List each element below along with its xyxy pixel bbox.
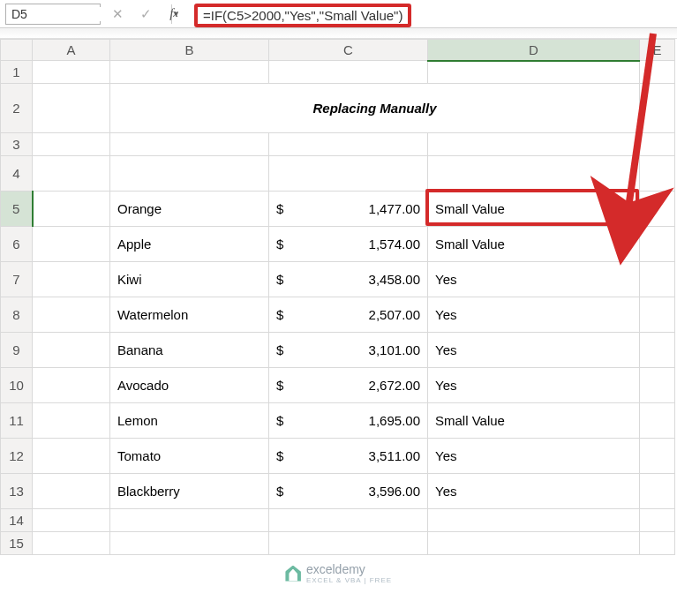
cell-C6[interactable]: $1,574.00 — [269, 227, 428, 262]
row-header-2[interactable]: 2 — [1, 84, 33, 133]
cell-E6[interactable] — [640, 227, 675, 262]
formula-input-wrap[interactable]: =IF(C5>2000,"Yes","Small Value") — [191, 4, 672, 25]
cell-C14[interactable] — [269, 509, 428, 532]
cell-B5[interactable]: Orange — [110, 192, 269, 227]
cell-C5[interactable]: $1,477.00 — [269, 192, 428, 227]
row-header-6[interactable]: 6 — [1, 227, 33, 262]
cell-D6[interactable]: Small Value — [428, 227, 640, 262]
cell-A1[interactable] — [33, 61, 110, 84]
cell-C9[interactable]: $3,101.00 — [269, 333, 428, 368]
col-header-E[interactable]: E — [640, 40, 675, 61]
cell-B14[interactable] — [110, 509, 269, 532]
title-cell[interactable]: Replacing Manually — [110, 84, 640, 133]
cell-A2[interactable] — [33, 84, 110, 133]
cell-C10[interactable]: $2,672.00 — [269, 368, 428, 403]
cell-B13[interactable]: Blackberry — [110, 474, 269, 509]
cell-B10[interactable]: Avocado — [110, 368, 269, 403]
row-header-5[interactable]: 5 — [1, 192, 33, 227]
cell-E11[interactable] — [640, 403, 675, 439]
row-header-1[interactable]: 1 — [1, 61, 33, 84]
cell-A14[interactable] — [33, 509, 110, 532]
col-header-B[interactable]: B — [110, 40, 269, 61]
cell-B8[interactable]: Watermelon — [110, 297, 269, 333]
row-header-11[interactable]: 11 — [1, 403, 33, 439]
cell-A3[interactable] — [33, 133, 110, 156]
cell-D1[interactable] — [428, 61, 640, 84]
cell-E9[interactable] — [640, 333, 675, 368]
cell-E7[interactable] — [640, 262, 675, 297]
cell-D3[interactable] — [428, 133, 640, 156]
cell-D11[interactable]: Small Value — [428, 403, 640, 439]
row-header-15[interactable]: 15 — [1, 532, 33, 555]
cell-A13[interactable] — [33, 474, 110, 509]
row-header-12[interactable]: 12 — [1, 439, 33, 474]
select-all-corner[interactable] — [1, 40, 33, 61]
col-header-D[interactable]: D — [428, 40, 640, 61]
cell-E8[interactable] — [640, 297, 675, 333]
cell-B15[interactable] — [110, 532, 269, 555]
cell-E2[interactable] — [640, 84, 675, 133]
cell-A4[interactable] — [33, 156, 110, 192]
cell-E10[interactable] — [640, 368, 675, 403]
cell-A8[interactable] — [33, 297, 110, 333]
row-header-3[interactable]: 3 — [1, 133, 33, 156]
cell-E5[interactable] — [640, 192, 675, 227]
spreadsheet[interactable]: A B C D E 1 2 Replacing Manually 3 4 Pro… — [0, 39, 675, 555]
cell-D5[interactable]: Small Value — [428, 192, 640, 227]
cell-A12[interactable] — [33, 439, 110, 474]
cell-A5[interactable] — [33, 192, 110, 227]
name-box-container[interactable]: ▼ — [5, 4, 101, 25]
header-product[interactable]: Product — [110, 156, 269, 192]
row-header-7[interactable]: 7 — [1, 262, 33, 297]
cell-D15[interactable] — [428, 532, 640, 555]
cell-E3[interactable] — [640, 133, 675, 156]
cell-B7[interactable]: Kiwi — [110, 262, 269, 297]
cell-C3[interactable] — [269, 133, 428, 156]
cell-E15[interactable] — [640, 532, 675, 555]
cell-D8[interactable]: Yes — [428, 297, 640, 333]
cell-C1[interactable] — [269, 61, 428, 84]
cell-A6[interactable] — [33, 227, 110, 262]
row-header-10[interactable]: 10 — [1, 368, 33, 403]
row-header-4[interactable]: 4 — [1, 156, 33, 192]
formula-input[interactable]: =IF(C5>2000,"Yes","Small Value") — [194, 4, 411, 27]
cell-A9[interactable] — [33, 333, 110, 368]
cell-A10[interactable] — [33, 368, 110, 403]
cell-B6[interactable]: Apple — [110, 227, 269, 262]
row-header-13[interactable]: 13 — [1, 474, 33, 509]
cell-D9[interactable]: Yes — [428, 333, 640, 368]
cell-B12[interactable]: Tomato — [110, 439, 269, 474]
row-header-9[interactable]: 9 — [1, 333, 33, 368]
cell-D7[interactable]: Yes — [428, 262, 640, 297]
cell-D12[interactable]: Yes — [428, 439, 640, 474]
cell-D10[interactable]: Yes — [428, 368, 640, 403]
header-price[interactable]: Price — [269, 156, 428, 192]
cell-B9[interactable]: Banana — [110, 333, 269, 368]
row-header-14[interactable]: 14 — [1, 509, 33, 532]
cell-A7[interactable] — [33, 262, 110, 297]
col-header-C[interactable]: C — [269, 40, 428, 61]
cell-D14[interactable] — [428, 509, 640, 532]
table-row: 10Avocado$2,672.00Yes — [1, 368, 675, 403]
col-header-A[interactable]: A — [33, 40, 110, 61]
cell-D13[interactable]: Yes — [428, 474, 640, 509]
cell-C15[interactable] — [269, 532, 428, 555]
cell-E4[interactable] — [640, 156, 675, 192]
fx-icon[interactable]: fx — [162, 4, 185, 25]
cell-E14[interactable] — [640, 509, 675, 532]
header-result[interactable]: >2000 or not — [428, 156, 640, 192]
cell-C7[interactable]: $3,458.00 — [269, 262, 428, 297]
cell-A11[interactable] — [33, 403, 110, 439]
cell-C13[interactable]: $3,596.00 — [269, 474, 428, 509]
cell-B3[interactable] — [110, 133, 269, 156]
cell-E13[interactable] — [640, 474, 675, 509]
cell-E12[interactable] — [640, 439, 675, 474]
cell-B11[interactable]: Lemon — [110, 403, 269, 439]
row-header-8[interactable]: 8 — [1, 297, 33, 333]
cell-C12[interactable]: $3,511.00 — [269, 439, 428, 474]
cell-B1[interactable] — [110, 61, 269, 84]
cell-A15[interactable] — [33, 532, 110, 555]
cell-C11[interactable]: $1,695.00 — [269, 403, 428, 439]
cell-C8[interactable]: $2,507.00 — [269, 297, 428, 333]
cell-E1[interactable] — [640, 61, 675, 84]
